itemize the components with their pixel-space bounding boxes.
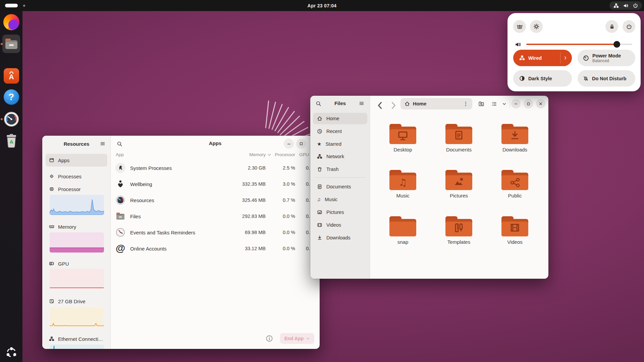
- sidebar-item-gpu[interactable]: GPU: [46, 257, 107, 270]
- processor-usage-chart: [50, 195, 104, 215]
- network-icon: [613, 3, 619, 8]
- files-sidebar: Files Home Recent ★ Starred Network Tras…: [310, 96, 370, 279]
- ethernet-icon: [49, 336, 54, 342]
- screenshot-camera-icon: [517, 24, 523, 30]
- wellbeing-icon: [116, 180, 125, 188]
- folder-documents[interactable]: Documents: [434, 123, 484, 152]
- dock-item-help[interactable]: ?: [0, 89, 22, 105]
- files-main: Home ⋮ Desktop: [370, 96, 548, 279]
- power-icon: [626, 24, 632, 30]
- sidebar-item-music[interactable]: ♫ Music: [313, 194, 367, 205]
- power-mode-tile[interactable]: Power Mode Balanced: [578, 50, 635, 66]
- power-button[interactable]: [623, 20, 635, 33]
- folder-pictures[interactable]: Pictures: [434, 169, 484, 198]
- column-header-processor[interactable]: Processor: [274, 152, 295, 157]
- info-icon[interactable]: [266, 335, 273, 342]
- kebab-menu-icon[interactable]: ⋮: [463, 101, 468, 107]
- forward-button[interactable]: [389, 101, 398, 110]
- lock-button[interactable]: [605, 20, 618, 33]
- firefox-icon: [3, 14, 19, 30]
- maximize-button[interactable]: [524, 99, 533, 108]
- app-row-wellbeing[interactable]: Wellbeing 332.35 MB 3.0 % 0.: [111, 176, 320, 192]
- column-header-memory[interactable]: Memory: [246, 152, 266, 157]
- dark-style-tile[interactable]: Dark Style: [513, 70, 572, 87]
- menu-icon[interactable]: [359, 101, 364, 106]
- do-not-disturb-icon: [583, 76, 589, 81]
- gear-icon: [533, 24, 539, 30]
- sidebar-item-apps[interactable]: Apps: [46, 154, 107, 167]
- volume-slider-knob[interactable]: [613, 41, 620, 48]
- trash-icon: [317, 167, 322, 172]
- folder-downloads[interactable]: Downloads: [490, 123, 540, 152]
- list-view-icon[interactable]: [491, 101, 497, 107]
- search-folder-icon[interactable]: [478, 101, 484, 107]
- sidebar-item-processor[interactable]: Processor: [46, 183, 107, 195]
- path-bar[interactable]: Home ⋮: [400, 98, 472, 109]
- app-row-events-reminders[interactable]: Events and Tasks Reminders 69.98 MB 0.0 …: [111, 224, 320, 240]
- sidebar-item-trash[interactable]: Trash: [313, 164, 367, 175]
- dock-item-firefox[interactable]: [0, 14, 22, 30]
- clock[interactable]: Apr 23 07:04: [0, 0, 644, 11]
- trash-icon: [4, 133, 19, 149]
- download-icon: [317, 235, 322, 240]
- view-options-chevron-icon[interactable]: [502, 102, 506, 106]
- running-indicator: [1, 118, 3, 120]
- folder-videos[interactable]: Videos: [490, 216, 540, 245]
- files-app-icon: [116, 212, 125, 220]
- close-button[interactable]: [536, 99, 545, 108]
- folder-templates[interactable]: Templates: [434, 216, 484, 245]
- dock-item-show-apps[interactable]: [0, 347, 22, 358]
- sidebar-item-drive[interactable]: 27 GB Drive: [46, 295, 107, 308]
- settings-button[interactable]: [530, 20, 543, 33]
- drive-icon: [49, 299, 54, 304]
- dock-item-files[interactable]: [0, 35, 22, 53]
- sidebar-item-processes[interactable]: Processes: [46, 170, 107, 183]
- chevron-right-icon[interactable]: [563, 56, 568, 60]
- music-emblem-icon: ♫: [398, 177, 407, 188]
- svg-text:A: A: [9, 73, 14, 81]
- app-row-system-processes[interactable]: System Processes 2.30 GB 2.5 % 0.: [111, 160, 320, 176]
- dock-item-resources[interactable]: [0, 111, 22, 127]
- folder-desktop[interactable]: Desktop: [378, 123, 428, 152]
- sort-chevron-icon: [267, 153, 271, 157]
- sidebar-item-starred[interactable]: ★ Starred: [313, 138, 367, 150]
- sidebar-item-recent[interactable]: Recent: [313, 126, 367, 137]
- sidebar-item-ethernet[interactable]: Ethernet Connecti…: [46, 332, 107, 345]
- minimize-button[interactable]: [284, 139, 294, 149]
- resources-window: Resources Apps Processes Processor: [42, 136, 320, 349]
- sidebar-item-videos[interactable]: Videos: [313, 219, 367, 231]
- top-bar: Apr 23 07:04: [0, 0, 644, 11]
- menu-icon[interactable]: [100, 141, 105, 146]
- home-icon: [317, 116, 322, 121]
- screenshot-button[interactable]: [513, 20, 526, 33]
- app-row-online-accounts[interactable]: @ Online Accounts 33.12 MB 0.0 % 0.: [111, 240, 320, 257]
- column-header-app[interactable]: App: [116, 152, 124, 157]
- wired-network-tile[interactable]: Wired: [513, 50, 572, 66]
- end-app-button[interactable]: End App: [280, 333, 314, 344]
- folder-public[interactable]: Public: [490, 169, 540, 198]
- minimize-button[interactable]: [511, 99, 521, 108]
- maximize-button[interactable]: [296, 139, 306, 149]
- sidebar-item-memory[interactable]: Memory: [46, 220, 107, 233]
- recent-icon: [317, 129, 322, 134]
- quick-settings-panel: Wired Power Mode Balanced Dark Style Do …: [507, 13, 641, 91]
- system-tray[interactable]: [609, 1, 642, 10]
- folder-music[interactable]: ♫ Music: [378, 169, 428, 198]
- folder-snap[interactable]: snap: [378, 216, 428, 245]
- do-not-disturb-tile[interactable]: Do Not Disturb: [578, 70, 635, 87]
- app-row-resources[interactable]: Resources 325.46 MB 0.7 % 0.: [111, 192, 320, 208]
- sidebar-item-downloads[interactable]: Downloads: [313, 232, 367, 243]
- sidebar-item-pictures[interactable]: Pictures: [313, 207, 367, 218]
- sidebar-item-network[interactable]: Network: [313, 151, 367, 162]
- resources-window-title: Resources: [64, 141, 90, 147]
- picture-icon: [317, 210, 322, 215]
- sidebar-item-documents[interactable]: Documents: [313, 181, 367, 192]
- column-header-gpu[interactable]: GPU: [299, 152, 309, 157]
- home-icon: [405, 101, 410, 106]
- dock-item-trash[interactable]: [0, 133, 22, 149]
- volume-slider[interactable]: [526, 44, 632, 45]
- app-row-files[interactable]: Files 292.83 MB 0.0 % 0.: [111, 208, 320, 224]
- dock-item-app-center[interactable]: A: [0, 68, 22, 84]
- sidebar-item-home[interactable]: Home: [313, 113, 367, 124]
- back-button[interactable]: [375, 101, 385, 110]
